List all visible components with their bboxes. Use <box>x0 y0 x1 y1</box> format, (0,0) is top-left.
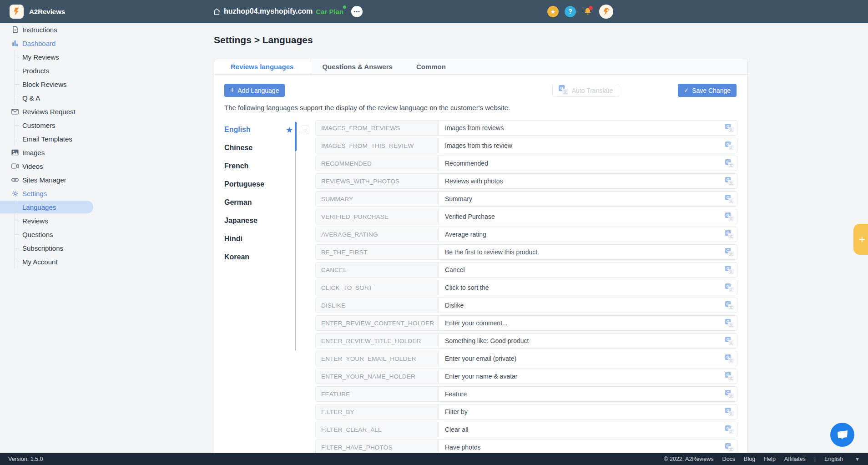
language-table-scrollbar[interactable] <box>295 122 296 350</box>
translation-value-input[interactable]: Summary <box>439 192 725 206</box>
translation-value-input[interactable]: Recommended <box>439 156 725 171</box>
more-options-button[interactable]: ••• <box>351 6 363 17</box>
sidebar-item-dashboard[interactable]: Dashboard <box>0 36 105 50</box>
language-item-english[interactable]: English★ <box>224 121 293 139</box>
sidebar-item-subscriptions[interactable]: Subscriptions <box>0 241 105 255</box>
check-icon: ✓ <box>684 87 689 94</box>
translation-row: RECOMMENDEDRecommendedG文 <box>315 156 737 171</box>
footer-link-help[interactable]: Help <box>764 456 776 462</box>
sidebar-item-customers[interactable]: Customers <box>0 118 105 132</box>
translate-row-button[interactable]: G文 <box>725 387 737 401</box>
footer-link-docs[interactable]: Docs <box>722 456 735 462</box>
sidebar-item-instructions[interactable]: Instructions <box>0 23 105 36</box>
translate-row-button[interactable]: G文 <box>725 263 737 277</box>
translation-key: FILTER_CLEAR_ALL <box>316 422 439 437</box>
language-item-german[interactable]: German <box>224 193 293 212</box>
sidebar-item-videos[interactable]: Videos <box>0 159 105 173</box>
footer-link-blog[interactable]: Blog <box>744 456 755 462</box>
sidebar-item-products[interactable]: Products <box>0 64 105 77</box>
translate-row-button[interactable]: G文 <box>725 369 737 384</box>
quick-add-tab[interactable]: + <box>853 224 868 255</box>
sidebar-item-languages[interactable]: Languages <box>0 200 105 214</box>
add-language-button[interactable]: + Add Language <box>224 84 285 97</box>
translation-value-input[interactable]: Enter your email (private) <box>439 351 725 366</box>
mail-icon <box>11 109 19 115</box>
translation-value-input[interactable]: Dislike <box>439 298 725 313</box>
translate-row-button[interactable]: G文 <box>725 174 737 188</box>
translate-row-button[interactable]: G文 <box>725 404 737 419</box>
avatar[interactable] <box>599 5 613 19</box>
footer-language-selector[interactable]: English ▼ <box>824 456 860 462</box>
translate-row-button[interactable]: G文 <box>725 280 737 295</box>
translation-value-input[interactable]: Enter your comment... <box>439 316 725 330</box>
sidebar-item-settings[interactable]: Settings <box>0 187 105 200</box>
language-item-portuguese[interactable]: Portuguese <box>224 175 293 193</box>
translation-value-input[interactable]: Filter by <box>439 404 725 419</box>
auto-translate-button[interactable]: G文 Auto Translate <box>552 84 619 97</box>
bell-icon[interactable] <box>582 6 593 17</box>
collapse-language-panel-button[interactable]: + <box>301 126 309 134</box>
translate-row-button[interactable]: G文 <box>725 209 737 224</box>
sidebar-item-my-reviews[interactable]: My Reviews <box>0 50 105 64</box>
sidebar-item-sites-manager[interactable]: Sites Manager <box>0 173 105 187</box>
translate-row-button[interactable]: G文 <box>725 121 737 135</box>
language-item-chinese[interactable]: Chinese <box>224 139 293 157</box>
save-change-button[interactable]: ✓ Save Change <box>678 84 737 97</box>
tab-questions-answers[interactable]: Questions & Answers <box>310 59 404 74</box>
help-icon[interactable]: ? <box>565 6 576 17</box>
language-item-french[interactable]: French <box>224 157 293 175</box>
rate-star-icon[interactable]: ★ <box>547 6 559 17</box>
translate-row-button[interactable]: G文 <box>725 351 737 366</box>
translation-value-input[interactable]: Something like: Good product <box>439 334 725 348</box>
translate-row-button[interactable]: G文 <box>725 192 737 206</box>
translations-table: IMAGES_FROM_REVIEWSImages from reviewsG文… <box>315 120 737 457</box>
translation-value-input[interactable]: Images from this review <box>439 138 725 153</box>
sidebar-item-reviews[interactable]: Reviews <box>0 214 105 227</box>
plan-status-dot <box>342 5 347 10</box>
translation-value-input[interactable]: Feature <box>439 387 725 401</box>
language-item-hindi[interactable]: Hindi <box>224 230 293 248</box>
translation-key: CLICK_TO_SORT <box>316 280 439 295</box>
translate-row-button[interactable]: G文 <box>725 156 737 171</box>
svg-text:文: 文 <box>729 375 733 380</box>
translation-value-input[interactable]: Clear all <box>439 422 725 437</box>
translation-value-input[interactable]: Click to sort the <box>439 280 725 295</box>
sidebar-item-label: Email Templates <box>22 135 72 143</box>
tab-common[interactable]: Common <box>404 59 458 74</box>
language-item-korean[interactable]: Korean <box>224 248 293 266</box>
translation-value-input[interactable]: Enter your name & avatar <box>439 369 725 384</box>
sidebar-item-q-a[interactable]: Q & A <box>0 91 105 105</box>
sidebar-item-label: Languages <box>22 203 56 211</box>
footer-link-affiliates[interactable]: Affiliates <box>784 456 806 462</box>
translate-row-button[interactable]: G文 <box>725 334 737 348</box>
translate-row-button[interactable]: G文 <box>725 298 737 313</box>
chat-widget-button[interactable] <box>830 423 854 447</box>
translation-value-input[interactable]: Reviews with photos <box>439 174 725 188</box>
sidebar-item-label: Dashboard <box>22 40 56 47</box>
translation-key: AVERAGE_RATING <box>316 227 439 242</box>
translate-row-button[interactable]: G文 <box>725 138 737 153</box>
scrollbar-thumb[interactable] <box>295 122 297 151</box>
sidebar-item-label: Block Reviews <box>22 81 67 88</box>
translation-value-input[interactable]: Images from reviews <box>439 121 725 135</box>
translation-value-input[interactable]: Average rating <box>439 227 725 242</box>
sidebar-item-label: Q & A <box>22 94 40 102</box>
translation-value-input[interactable]: Verified Purchase <box>439 209 725 224</box>
store-domain: huzhop04.myshopify.com <box>224 7 313 15</box>
sidebar-item-my-account[interactable]: My Account <box>0 255 105 268</box>
sidebar-item-questions[interactable]: Questions <box>0 227 105 241</box>
translation-value-input[interactable]: Cancel <box>439 263 725 277</box>
sidebar-item-block-reviews[interactable]: Block Reviews <box>0 77 105 91</box>
svg-text:文: 文 <box>729 127 733 131</box>
sidebar-item-reviews-request[interactable]: Reviews Request <box>0 105 105 118</box>
tab-reviews-languages[interactable]: Reviews languages <box>214 59 310 74</box>
translate-row-button[interactable]: G文 <box>725 245 737 259</box>
language-item-japanese[interactable]: Japanese <box>224 212 293 230</box>
translation-value-input[interactable]: Be the first to review this product. <box>439 245 725 259</box>
sidebar-item-email-templates[interactable]: Email Templates <box>0 132 105 146</box>
sidebar-item-images[interactable]: Images <box>0 146 105 159</box>
translate-row-button[interactable]: G文 <box>725 422 737 437</box>
translate-row-button[interactable]: G文 <box>725 227 737 242</box>
svg-text:文: 文 <box>729 162 733 167</box>
translate-row-button[interactable]: G文 <box>725 316 737 330</box>
